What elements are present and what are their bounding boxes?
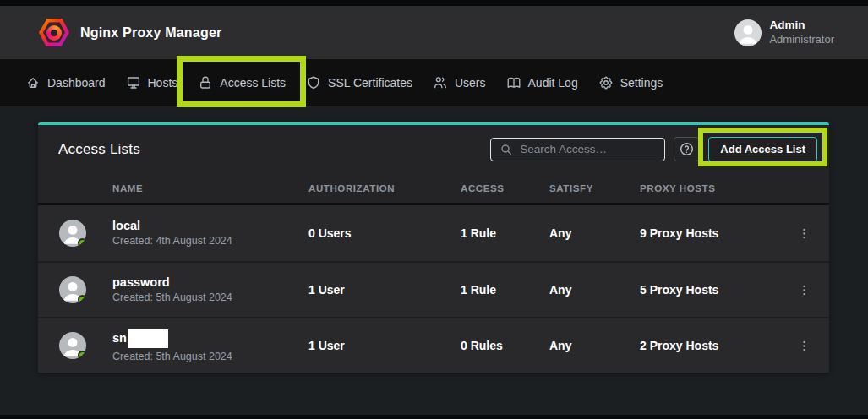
card-title: Access Lists [58, 141, 140, 158]
viewport-top-edge [0, 0, 868, 6]
nav-item-settings[interactable]: Settings [588, 59, 674, 106]
main-nav: Dashboard Hosts Access Lists SSL Certifi… [0, 59, 868, 106]
status-dot [78, 351, 86, 359]
home-icon [25, 75, 41, 90]
access-lists-card: Access Lists Add Access List [38, 122, 829, 373]
user-menu[interactable]: Admin Administrator [734, 19, 834, 46]
nav-item-label: SSL Certificates [328, 76, 412, 90]
nav-item-label: Settings [620, 76, 663, 90]
table-header: NAME AUTHORIZATION ACCESS SATISFY PROXY … [38, 173, 829, 205]
kebab-menu-icon [797, 283, 811, 297]
access-list-name: local [112, 220, 308, 233]
access-list-created: Created: 4th August 2024 [112, 235, 308, 247]
access-list-row-sn[interactable]: sn Created: 5th August 2024 1 User 0 Rul… [38, 317, 829, 373]
user-info: Admin Administrator [769, 19, 834, 46]
status-dot [78, 295, 86, 303]
viewport-bottom-edge [0, 415, 868, 419]
lock-icon [198, 75, 213, 90]
card-controls: Add Access List [490, 137, 817, 162]
card-header: Access Lists Add Access List [38, 125, 829, 173]
search-box [490, 138, 665, 161]
nav-item-label: Audit Log [528, 76, 578, 90]
help-icon [679, 141, 695, 157]
nginx-proxy-manager-app: Nginx Proxy Manager Admin Administrator … [0, 0, 868, 419]
row-menu-button[interactable] [794, 335, 815, 356]
app-brand-link[interactable]: Nginx Proxy Manager [39, 18, 221, 48]
access-list-row-password[interactable]: password Created: 5th August 2024 1 User… [38, 261, 829, 317]
npm-logo-icon [39, 18, 69, 48]
access-list-name: password [112, 276, 308, 290]
row-menu-button[interactable] [794, 280, 815, 301]
satisfy-value: Any [549, 283, 640, 297]
nav-item-dashboard[interactable]: Dashboard [15, 59, 116, 106]
nav-item-label: Dashboard [47, 76, 106, 90]
proxy-hosts-value: 2 Proxy Hosts [640, 339, 789, 352]
access-list-avatar-icon [59, 332, 86, 359]
proxy-hosts-value: 5 Proxy Hosts [640, 283, 789, 297]
shield-icon [306, 75, 321, 90]
nav-item-hosts[interactable]: Hosts [116, 59, 188, 106]
nav-item-users[interactable]: Users [423, 59, 496, 106]
column-header-proxy-hosts: PROXY HOSTS [640, 183, 789, 193]
user-role: Administrator [769, 33, 834, 46]
monitor-icon [126, 75, 141, 90]
authorization-value: 1 User [308, 283, 461, 297]
help-button[interactable] [674, 137, 700, 161]
access-value: 1 Rule [461, 283, 549, 297]
nav-item-label: Users [455, 76, 486, 90]
nav-item-audit-log[interactable]: Audit Log [496, 59, 588, 106]
gear-icon [598, 75, 614, 90]
column-header-satisfy: SATISFY [549, 183, 640, 193]
kebab-menu-icon [797, 339, 811, 353]
column-header-access: ACCESS [461, 183, 549, 193]
satisfy-value: Any [549, 339, 640, 352]
satisfy-value: Any [549, 226, 640, 240]
book-icon [506, 75, 521, 90]
nav-item-label: Hosts [148, 76, 178, 90]
authorization-value: 0 Users [308, 226, 461, 240]
redaction-box [128, 329, 168, 348]
access-list-row-local[interactable]: local Created: 4th August 2024 0 Users 1… [38, 205, 829, 261]
proxy-hosts-value: 9 Proxy Hosts [640, 226, 789, 240]
access-list-avatar-icon [59, 276, 86, 303]
user-avatar-icon [734, 19, 762, 46]
row-menu-button[interactable] [794, 223, 815, 244]
nav-item-label: Access Lists [220, 76, 286, 90]
access-value: 0 Rules [461, 339, 549, 352]
add-access-list-label: Add Access List [720, 143, 805, 155]
users-icon [433, 75, 448, 90]
status-dot [78, 238, 86, 247]
kebab-menu-icon [797, 226, 811, 241]
access-list-created: Created: 5th August 2024 [112, 291, 308, 303]
search-icon [500, 143, 513, 156]
column-header-authorization: AUTHORIZATION [308, 183, 461, 193]
access-list-name: sn [112, 329, 308, 348]
nav-item-access-lists[interactable]: Access Lists [188, 59, 296, 106]
user-name: Admin [769, 19, 834, 33]
content-area: Access Lists Add Access List [0, 106, 868, 415]
add-access-list-button[interactable]: Add Access List [708, 137, 817, 162]
app-title: Nginx Proxy Manager [80, 25, 221, 41]
authorization-value: 1 User [308, 339, 461, 352]
access-list-created: Created: 5th August 2024 [112, 351, 308, 362]
app-header: Nginx Proxy Manager Admin Administrator [0, 6, 868, 59]
nav-item-ssl-certificates[interactable]: SSL Certificates [296, 59, 423, 106]
table-body: local Created: 4th August 2024 0 Users 1… [38, 205, 829, 373]
access-value: 1 Rule [461, 226, 549, 240]
access-list-avatar-icon [59, 220, 86, 247]
search-input[interactable] [520, 143, 658, 155]
column-header-name: NAME [112, 183, 308, 193]
